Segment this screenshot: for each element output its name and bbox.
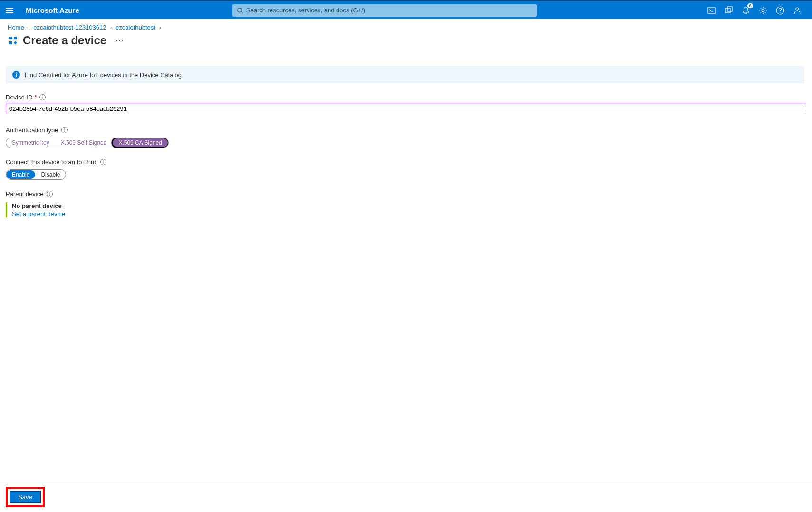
notifications-icon[interactable]: 6 <box>742 6 750 15</box>
more-actions-icon[interactable]: ⋯ <box>115 35 124 46</box>
info-banner-text: Find Certified for Azure IoT devices in … <box>25 71 182 79</box>
page-title-row: Create a device ⋯ <box>0 34 812 54</box>
auth-type-pills: Symmetric key X.509 Self-Signed X.509 CA… <box>6 138 169 148</box>
help-tooltip-icon[interactable]: i <box>47 191 53 197</box>
top-right-icons: 6 <box>707 6 806 15</box>
svg-rect-11 <box>16 74 17 77</box>
top-navbar: Microsoft Azure Search resources, servic… <box>0 0 812 19</box>
directories-icon[interactable] <box>725 6 733 15</box>
svg-point-0 <box>238 8 242 12</box>
device-id-label: Device ID <box>6 94 32 101</box>
connect-field: Connect this device to an IoT hub i Enab… <box>0 157 812 182</box>
svg-point-6 <box>762 9 764 12</box>
parent-device-status: No parent device <box>12 202 806 209</box>
device-create-icon <box>8 35 18 46</box>
breadcrumb-home[interactable]: Home <box>8 24 24 31</box>
info-banner: Find Certified for Azure IoT devices in … <box>6 66 804 83</box>
auth-type-label: Authentication type <box>6 127 58 134</box>
settings-gear-icon[interactable] <box>759 6 767 15</box>
hamburger-menu-icon[interactable] <box>6 5 17 16</box>
help-tooltip-icon[interactable]: i <box>100 159 106 165</box>
auth-x509-selfsigned-option[interactable]: X.509 Self-Signed <box>55 138 113 147</box>
breadcrumb: Home › ezcaiothubtest-123103612 › ezcaio… <box>0 19 812 34</box>
cloud-shell-icon[interactable] <box>707 6 716 15</box>
set-parent-device-link[interactable]: Set a parent device <box>12 210 806 217</box>
breadcrumb-separator: › <box>110 24 112 31</box>
search-placeholder: Search resources, services, and docs (G+… <box>246 7 365 14</box>
parent-device-status-block: No parent device Set a parent device <box>6 202 806 217</box>
device-id-field: Device ID * i <box>0 92 812 116</box>
auth-x509-casigned-option[interactable]: X.509 CA Signed <box>112 138 168 148</box>
breadcrumb-resource-group[interactable]: ezcaiothubtest-123103612 <box>33 24 106 31</box>
search-input[interactable]: Search resources, services, and docs (G+… <box>232 4 537 17</box>
save-button-highlight: Save <box>6 487 45 507</box>
auth-symmetric-key-option[interactable]: Symmetric key <box>6 138 55 147</box>
svg-rect-4 <box>725 8 730 13</box>
device-id-input[interactable] <box>6 103 806 114</box>
search-icon <box>237 7 243 14</box>
parent-device-field: Parent device i No parent device Set a p… <box>0 188 812 219</box>
svg-point-12 <box>16 72 17 73</box>
breadcrumb-separator: › <box>28 24 29 31</box>
parent-device-label: Parent device <box>6 190 44 197</box>
svg-line-1 <box>241 11 243 13</box>
svg-rect-2 <box>708 8 715 13</box>
breadcrumb-separator: › <box>159 24 161 31</box>
page-title: Create a device <box>23 34 106 47</box>
info-icon <box>12 71 20 79</box>
auth-type-field: Authentication type i Symmetric key X.50… <box>0 125 812 150</box>
search-container: Search resources, services, and docs (G+… <box>232 4 537 17</box>
svg-rect-5 <box>727 7 732 11</box>
brand-label: Microsoft Azure <box>26 6 79 14</box>
notification-badge: 6 <box>747 3 753 8</box>
help-tooltip-icon[interactable]: i <box>61 127 68 133</box>
svg-point-9 <box>796 8 799 10</box>
help-tooltip-icon[interactable]: i <box>39 94 46 100</box>
help-icon[interactable] <box>776 6 784 15</box>
connect-disable-option[interactable]: Disable <box>35 170 66 179</box>
connect-label: Connect this device to an IoT hub <box>6 158 97 166</box>
connect-enable-option[interactable]: Enable <box>6 170 35 179</box>
feedback-icon[interactable] <box>793 6 802 15</box>
save-button[interactable]: Save <box>10 491 41 503</box>
footer-bar: Save <box>0 482 812 512</box>
required-asterisk: * <box>34 94 37 101</box>
breadcrumb-hub[interactable]: ezcaiothubtest <box>116 24 155 31</box>
connect-pills: Enable Disable <box>6 169 66 180</box>
svg-point-8 <box>780 12 781 13</box>
